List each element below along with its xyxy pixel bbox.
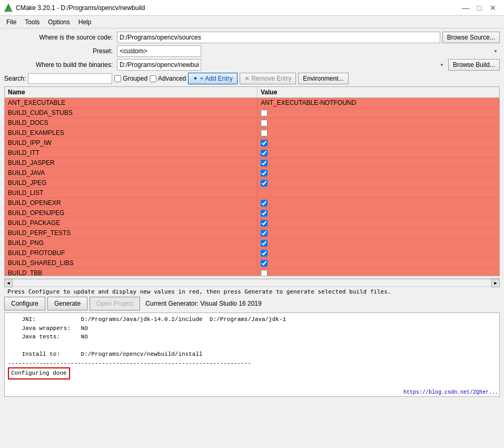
cell-value[interactable] — [258, 128, 499, 138]
search-input[interactable] — [28, 73, 112, 84]
row-checkbox[interactable] — [261, 140, 268, 147]
table-header: Name Value — [5, 87, 499, 98]
log-line: Install to: D:/Programs/opencv/newbuild/… — [8, 350, 496, 359]
table-row[interactable]: BUILD_CUDA_STUBS — [5, 108, 499, 118]
window-title: CMake 3.20.1 - D:/Programs/opencv/newbui… — [16, 4, 459, 12]
table-row[interactable]: BUILD_PNG — [5, 238, 499, 248]
log-lines: JNI: D:/Programs/Java/jdk-14.0.2/include… — [8, 315, 496, 379]
action-row: Configure Generate Open Project Current … — [4, 297, 500, 310]
table-row[interactable]: BUILD_PACKAGE — [5, 218, 499, 228]
browse-source-button[interactable]: Browse Source... — [442, 32, 500, 43]
table-row[interactable]: BUILD_JAVA — [5, 168, 499, 178]
table-row[interactable]: BUILD_JPEG — [5, 178, 499, 188]
row-checkbox[interactable] — [261, 210, 268, 217]
source-row: Where is the source code: Browse Source.… — [4, 32, 500, 43]
row-checkbox[interactable] — [261, 170, 268, 177]
row-checkbox[interactable] — [261, 260, 268, 267]
maximize-button[interactable]: □ — [472, 1, 486, 15]
cell-value[interactable] — [258, 248, 499, 258]
log-url-link[interactable]: https://blog.csdn.net/ZQher... — [403, 389, 498, 395]
build-row: Where to build the binaries: Browse Buil… — [4, 59, 500, 71]
cell-value[interactable] — [258, 138, 499, 148]
cell-value[interactable] — [258, 148, 499, 158]
scroll-track[interactable] — [13, 279, 491, 287]
close-button[interactable]: ✕ — [486, 1, 500, 15]
open-project-button[interactable]: Open Project — [90, 297, 140, 310]
table-row[interactable]: BUILD_ITT — [5, 148, 499, 158]
row-checkbox[interactable] — [261, 230, 268, 237]
cell-value[interactable] — [258, 228, 499, 238]
cell-value — [258, 188, 499, 198]
table-row[interactable]: BUILD_EXAMPLES — [5, 128, 499, 138]
cell-value[interactable] — [258, 198, 499, 208]
log-line: Java tests: NO — [8, 333, 496, 342]
cell-name: BUILD_SHARED_LIBS — [5, 258, 258, 268]
remove-entry-label: ✕ Remove Entry — [244, 75, 291, 82]
cell-value[interactable] — [258, 158, 499, 168]
row-checkbox[interactable] — [261, 160, 268, 167]
menubar: File Tools Options Help — [0, 16, 504, 28]
grouped-checkbox-label[interactable]: Grouped — [114, 75, 147, 82]
cell-value[interactable] — [258, 178, 499, 188]
row-checkbox[interactable] — [261, 130, 268, 137]
menu-help[interactable]: Help — [74, 17, 96, 27]
cell-value[interactable] — [258, 108, 499, 118]
table-row[interactable]: BUILD_OPENEXR — [5, 198, 499, 208]
grouped-label: Grouped — [123, 75, 147, 82]
generate-button[interactable]: Generate — [47, 297, 87, 310]
menu-tools[interactable]: Tools — [21, 17, 44, 27]
table-row[interactable]: BUILD_TBB — [5, 268, 499, 276]
table-row[interactable]: BUILD_JASPER — [5, 158, 499, 168]
status-text: Press Configure to update and display ne… — [4, 287, 500, 297]
cell-name: BUILD_OPENEXR — [5, 198, 258, 208]
menu-file[interactable]: File — [2, 17, 21, 27]
row-checkbox[interactable] — [261, 250, 268, 257]
row-checkbox[interactable] — [261, 150, 268, 157]
cell-value: ANT_EXECUTABLE-NOTFOUND — [258, 98, 499, 108]
titlebar: CMake 3.20.1 - D:/Programs/opencv/newbui… — [0, 0, 504, 16]
grouped-checkbox[interactable] — [114, 75, 121, 82]
configure-button[interactable]: Configure — [4, 297, 45, 310]
table-row[interactable]: ANT_EXECUTABLEANT_EXECUTABLE-NOTFOUND — [5, 98, 499, 108]
table-row[interactable]: BUILD_OPENJPEG — [5, 208, 499, 218]
environment-button[interactable]: Environment... — [298, 73, 348, 84]
row-checkbox[interactable] — [261, 180, 268, 187]
row-checkbox[interactable] — [261, 110, 268, 116]
browse-build-button[interactable]: Browse Build... — [448, 59, 500, 71]
source-input[interactable] — [117, 32, 440, 43]
row-checkbox[interactable] — [261, 200, 268, 207]
table-row[interactable]: BUILD_IPP_IW — [5, 138, 499, 148]
row-checkbox[interactable] — [261, 270, 268, 277]
table-row[interactable]: BUILD_SHARED_LIBS — [5, 258, 499, 268]
scroll-right-button[interactable]: ► — [491, 279, 500, 287]
table-row[interactable]: BUILD_PERF_TESTS — [5, 228, 499, 238]
advanced-checkbox-label[interactable]: Advanced — [150, 75, 186, 82]
scroll-left-button[interactable]: ◄ — [4, 279, 13, 287]
remove-entry-button[interactable]: ✕ Remove Entry — [240, 73, 296, 84]
row-checkbox[interactable] — [261, 120, 268, 126]
table-body: ANT_EXECUTABLEANT_EXECUTABLE-NOTFOUNDBUI… — [5, 98, 499, 276]
row-checkbox[interactable] — [261, 220, 268, 227]
build-input[interactable] — [117, 59, 201, 71]
add-entry-button[interactable]: ✦ + Add Entry — [188, 73, 237, 84]
cell-value[interactable] — [258, 118, 499, 128]
row-checkbox[interactable] — [261, 240, 268, 247]
minimize-button[interactable]: — — [459, 1, 472, 15]
cell-value[interactable] — [258, 268, 499, 276]
cell-value[interactable] — [258, 238, 499, 248]
table-row[interactable]: BUILD_PROTOBUF — [5, 248, 499, 258]
add-entry-icon: ✦ — [193, 75, 198, 82]
cell-value[interactable] — [258, 218, 499, 228]
cell-value[interactable] — [258, 258, 499, 268]
advanced-checkbox[interactable] — [150, 75, 156, 82]
table-row[interactable]: BUILD_DOCS — [5, 118, 499, 128]
cell-name: BUILD_PNG — [5, 238, 258, 248]
add-entry-label: + Add Entry — [200, 75, 232, 82]
table-row[interactable]: BUILD_LIST — [5, 188, 499, 198]
preset-input[interactable] — [117, 45, 201, 57]
log-area: JNI: D:/Programs/Java/jdk-14.0.2/include… — [4, 313, 500, 397]
horizontal-scrollbar: ◄ ► — [4, 278, 500, 287]
cell-value[interactable] — [258, 168, 499, 178]
cell-value[interactable] — [258, 208, 499, 218]
menu-options[interactable]: Options — [44, 17, 74, 27]
